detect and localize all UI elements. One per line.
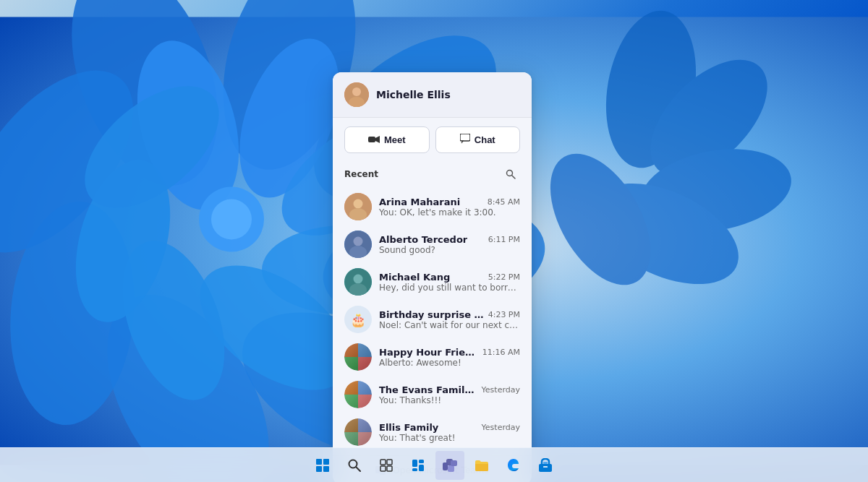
svg-rect-46 xyxy=(380,460,386,465)
svg-line-45 xyxy=(356,467,360,471)
chat-item-birthday[interactable]: 🎂 Birthday surprise for Mum 4:23 PM Noel… xyxy=(339,301,526,338)
chat-time: 11:16 AM xyxy=(482,348,520,357)
chat-name: Arina Maharani xyxy=(379,197,460,207)
teams-chat-icon xyxy=(443,459,457,472)
store-icon xyxy=(538,458,553,473)
chat-preview: You: OK, let's make it 3:00. xyxy=(379,207,520,218)
chat-info-alberto: Alberto Tercedor 6:11 PM Sound good? xyxy=(379,234,520,255)
chat-name: Happy Hour Friends xyxy=(379,347,478,358)
chat-item-ellis[interactable]: Ellis Family Yesterday You: That's great… xyxy=(339,413,526,451)
svg-rect-49 xyxy=(387,466,392,471)
video-icon xyxy=(368,134,380,146)
chat-time: 4:23 PM xyxy=(488,310,520,319)
chat-item-alberto[interactable]: Alberto Tercedor 6:11 PM Sound good? xyxy=(339,225,526,263)
chat-info-ellis: Ellis Family Yesterday You: That's great… xyxy=(379,422,520,443)
svg-rect-52 xyxy=(412,468,417,471)
chat-preview: You: Thanks!!! xyxy=(379,395,520,405)
svg-rect-58 xyxy=(539,464,552,472)
chat-item-arina[interactable]: Arina Maharani 8:45 AM You: OK, let's ma… xyxy=(339,188,526,225)
svg-point-25 xyxy=(352,87,361,96)
chat-info-happyhour: Happy Hour Friends 11:16 AM Alberto: Awe… xyxy=(379,347,520,368)
edge-icon xyxy=(506,458,521,473)
user-avatar xyxy=(344,82,369,107)
meet-label: Meet xyxy=(384,134,406,145)
chat-name: The Evans Family of Supers xyxy=(379,384,477,395)
task-view-button[interactable] xyxy=(372,451,401,480)
avatar-birthday: 🎂 xyxy=(344,306,372,333)
chat-name: Birthday surprise for Mum xyxy=(379,309,484,320)
chat-preview: Sound good? xyxy=(379,245,520,255)
avatar-arina xyxy=(344,193,372,220)
chat-label: Chat xyxy=(475,134,495,145)
edge-button[interactable] xyxy=(499,451,528,480)
svg-rect-56 xyxy=(448,465,454,472)
folder-icon xyxy=(475,459,489,472)
svg-point-39 xyxy=(354,275,363,284)
avatar-happyhour xyxy=(344,343,372,371)
panel-header: Michelle Ellis xyxy=(333,72,532,118)
user-name: Michelle Ellis xyxy=(376,89,451,100)
avatar-evans xyxy=(344,381,372,408)
chat-preview: You: That's great! xyxy=(379,433,520,443)
svg-point-36 xyxy=(354,237,363,246)
svg-rect-50 xyxy=(412,460,417,467)
widgets-button[interactable] xyxy=(404,451,433,480)
chat-time: Yesterday xyxy=(482,385,520,395)
chat-preview: Hey, did you still want to borrow the no… xyxy=(379,283,520,293)
chat-icon xyxy=(460,134,470,146)
svg-rect-53 xyxy=(419,465,424,471)
meet-button[interactable]: Meet xyxy=(344,126,430,153)
recent-header: Recent xyxy=(333,162,532,188)
taskview-icon xyxy=(380,459,393,472)
svg-rect-60 xyxy=(543,466,548,468)
chat-name: Michael Kang xyxy=(379,272,450,283)
start-button[interactable] xyxy=(308,451,337,480)
recent-label: Recent xyxy=(344,169,378,179)
search-button[interactable] xyxy=(340,451,369,480)
chat-info-birthday: Birthday surprise for Mum 4:23 PM Noel: … xyxy=(379,309,520,330)
svg-rect-57 xyxy=(451,460,457,466)
chat-name: Ellis Family xyxy=(379,422,438,433)
chat-time: 8:45 AM xyxy=(488,197,520,207)
avatar-alberto xyxy=(344,231,372,258)
chat-preview: Alberto: Awesome! xyxy=(379,358,520,368)
svg-line-31 xyxy=(512,176,516,179)
chat-item-evans[interactable]: The Evans Family of Supers Yesterday You… xyxy=(339,376,526,413)
search-recent-button[interactable] xyxy=(501,165,520,184)
chat-item-michael[interactable]: Michael Kang 5:22 PM Hey, did you still … xyxy=(339,263,526,301)
chat-time: 5:22 PM xyxy=(488,272,520,282)
svg-rect-47 xyxy=(387,460,392,465)
svg-rect-29 xyxy=(460,134,470,141)
action-buttons: Meet Chat xyxy=(333,118,532,162)
windows-logo-icon xyxy=(316,459,329,472)
avatar-ellis xyxy=(344,418,372,446)
file-explorer-button[interactable] xyxy=(467,451,496,480)
chat-info-michael: Michael Kang 5:22 PM Hey, did you still … xyxy=(379,272,520,293)
svg-rect-48 xyxy=(380,466,386,471)
svg-marker-28 xyxy=(375,136,380,143)
svg-rect-59 xyxy=(543,462,548,464)
store-button[interactable] xyxy=(531,451,560,480)
chat-button[interactable]: Chat xyxy=(435,126,521,153)
svg-point-33 xyxy=(354,199,363,209)
chat-item-happyhour[interactable]: Happy Hour Friends 11:16 AM Alberto: Awe… xyxy=(339,338,526,376)
search-icon xyxy=(348,459,361,472)
chat-info-arina: Arina Maharani 8:45 AM You: OK, let's ma… xyxy=(379,197,520,218)
chat-time: Yesterday xyxy=(482,423,520,432)
chat-list: Arina Maharani 8:45 AM You: OK, let's ma… xyxy=(333,188,532,451)
chat-time: 6:11 PM xyxy=(488,235,520,244)
svg-rect-51 xyxy=(419,460,424,463)
chat-preview: Noel: Can't wait for our next catch up! xyxy=(379,320,520,330)
chat-name: Alberto Tercedor xyxy=(379,234,467,245)
teams-panel: Michelle Ellis Meet Chat Recent xyxy=(333,72,532,482)
svg-rect-55 xyxy=(443,462,448,470)
taskbar xyxy=(0,447,868,482)
teams-chat-button[interactable] xyxy=(435,451,464,480)
chat-info-evans: The Evans Family of Supers Yesterday You… xyxy=(379,384,520,405)
widgets-icon xyxy=(412,459,425,472)
svg-rect-27 xyxy=(368,137,375,142)
svg-point-18 xyxy=(211,199,252,240)
avatar-michael xyxy=(344,268,372,296)
